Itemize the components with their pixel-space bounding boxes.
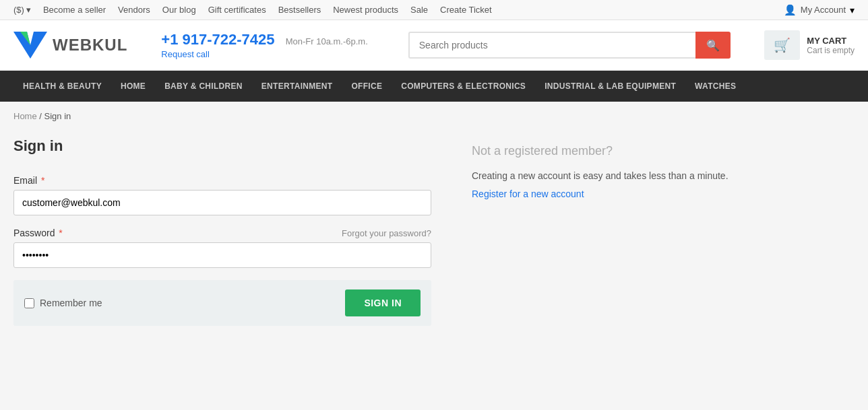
nav-entertainment[interactable]: ENTERTAINMENT — [252, 71, 342, 102]
email-field[interactable] — [13, 190, 431, 215]
topbar-become-seller[interactable]: Become a seller — [43, 5, 106, 15]
logo-link[interactable]: WEBKUL — [13, 32, 127, 59]
search-input[interactable] — [408, 32, 696, 59]
account-chevron-icon: ▾ — [850, 5, 855, 15]
header-phone: +1 917-722-7425 Mon-Fr 10a.m.-6p.m. Requ… — [161, 31, 367, 59]
currency-label: ($) — [13, 5, 24, 15]
register-panel: Not a registered member? Creating a new … — [472, 137, 855, 326]
remember-me-label[interactable]: Remember me — [24, 298, 102, 308]
top-bar: ($) ▾ Become a seller Vendors Our blog G… — [0, 0, 868, 20]
logo-svg-icon — [13, 32, 47, 59]
nav-computers-electronics[interactable]: COMPUTERS & ELECTRONICS — [392, 71, 535, 102]
currency-chevron-icon: ▾ — [26, 5, 31, 15]
topbar-create-ticket[interactable]: Create Ticket — [440, 5, 492, 15]
topbar-bestsellers[interactable]: Bestsellers — [278, 5, 321, 15]
nav-industrial-lab[interactable]: INDUSTRIAL & LAB EQUIPMENT — [535, 71, 685, 102]
password-group: Password * Forgot your password? — [13, 228, 431, 268]
sign-in-form: Sign in Email * Password * Forgot your p… — [13, 137, 431, 326]
nav-watches[interactable]: WATCHES — [685, 71, 745, 102]
phone-bold: 722-7425 — [212, 31, 275, 48]
cart-area: 🛒 MY CART Cart is empty — [764, 30, 855, 60]
currency-selector[interactable]: ($) ▾ — [13, 5, 31, 15]
register-description: Creating a new account is easy and takes… — [472, 169, 855, 183]
sign-in-title: Sign in — [13, 137, 431, 155]
password-required-marker: * — [59, 228, 62, 238]
forgot-password-link[interactable]: Forgot your password? — [342, 228, 431, 238]
search-icon: 🔍 — [706, 40, 720, 51]
phone-hours: Mon-Fr 10a.m.-6p.m. — [286, 36, 368, 46]
not-registered-title: Not a registered member? — [472, 144, 855, 158]
topbar-gift-certificates[interactable]: Gift certificates — [208, 5, 266, 15]
password-label: Password * — [13, 228, 63, 238]
header: WEBKUL +1 917-722-7425 Mon-Fr 10a.m.-6p.… — [0, 20, 868, 71]
nav-office[interactable]: OFFICE — [342, 71, 392, 102]
cart-shopping-icon: 🛒 — [774, 38, 790, 53]
remember-me-checkbox[interactable] — [24, 298, 34, 308]
phone-number: +1 917-722-7425 Mon-Fr 10a.m.-6p.m. — [161, 31, 367, 48]
sign-in-button[interactable]: SIGN IN — [345, 289, 421, 316]
nav-baby-children[interactable]: BABY & CHILDREN — [155, 71, 252, 102]
cart-icon[interactable]: 🛒 — [764, 30, 800, 60]
main-nav: HEALTH & BEAUTY HOME BABY & CHILDREN ENT… — [0, 71, 868, 102]
logo-text: WEBKUL — [53, 36, 127, 55]
topbar-our-blog[interactable]: Our blog — [162, 5, 196, 15]
cart-title: MY CART — [807, 36, 855, 46]
breadcrumb: Home / Sign in — [0, 102, 868, 131]
request-call-link[interactable]: Request call — [161, 49, 210, 59]
nav-home[interactable]: HOME — [111, 71, 155, 102]
cart-status: Cart is empty — [807, 46, 855, 55]
topbar-newest-products[interactable]: Newest products — [333, 5, 398, 15]
search-area: 🔍 — [408, 32, 731, 59]
breadcrumb-separator: / — [39, 111, 42, 121]
phone-prefix: +1 917- — [161, 31, 212, 48]
email-required-marker: * — [41, 175, 44, 186]
topbar-vendors[interactable]: Vendors — [118, 5, 150, 15]
form-footer: Remember me SIGN IN — [13, 280, 431, 326]
email-group: Email * — [13, 175, 431, 215]
password-field[interactable] — [13, 242, 431, 268]
email-label: Email * — [13, 175, 431, 186]
top-bar-right: 👤 My Account ▾ — [784, 4, 855, 16]
top-bar-left: ($) ▾ Become a seller Vendors Our blog G… — [13, 5, 492, 15]
breadcrumb-home[interactable]: Home — [13, 111, 37, 121]
account-icon: 👤 — [784, 4, 797, 16]
topbar-sale[interactable]: Sale — [410, 5, 428, 15]
main-content: Sign in Email * Password * Forgot your p… — [0, 131, 868, 353]
search-button[interactable]: 🔍 — [695, 32, 731, 59]
cart-info: MY CART Cart is empty — [807, 36, 855, 55]
remember-me-text: Remember me — [40, 298, 102, 308]
my-account-link[interactable]: My Account — [801, 5, 846, 15]
nav-health-beauty[interactable]: HEALTH & BEAUTY — [13, 71, 111, 102]
breadcrumb-current: Sign in — [44, 111, 71, 121]
register-link[interactable]: Register for a new account — [472, 189, 584, 199]
password-row: Password * Forgot your password? — [13, 228, 431, 238]
